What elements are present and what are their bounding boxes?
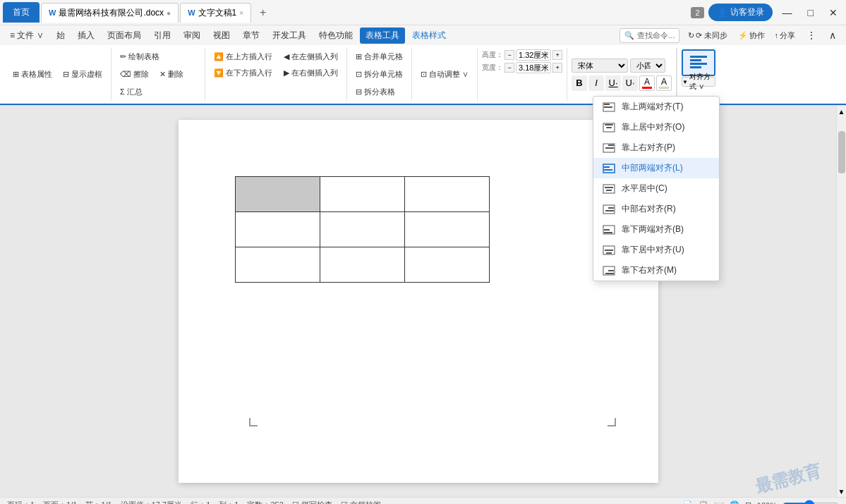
menu-review[interactable]: 审阅: [178, 27, 206, 44]
alignment-label: 对齐方式 ∨: [689, 72, 715, 92]
user-icon: 👤: [717, 8, 727, 18]
delete-icon: ✕: [159, 70, 166, 79]
table-properties-button[interactable]: ⊞ 表格属性: [8, 67, 56, 82]
split-cell-icon: ⊡: [356, 70, 362, 79]
erase-button[interactable]: ⌫ 擦除: [116, 67, 153, 82]
doc-check[interactable]: ☑ 文档校阅: [341, 500, 381, 504]
menu-layout[interactable]: 页面布局: [102, 27, 147, 44]
align-middle-center-item[interactable]: 水平居中(C): [593, 178, 719, 199]
view-icon-web[interactable]: 🌐: [730, 500, 739, 504]
align-top-right-item[interactable]: 靠上右对齐(P): [593, 137, 719, 158]
menu-devtools[interactable]: 开发工具: [267, 27, 312, 44]
table-cell-1-1[interactable]: [320, 212, 404, 247]
scroll-up-button[interactable]: ▲: [837, 106, 847, 117]
document-table[interactable]: [235, 176, 490, 283]
collab-label: 协作: [749, 30, 765, 41]
menu-table-style[interactable]: 表格样式: [406, 27, 452, 44]
split-table-button[interactable]: ⊟ 拆分表格: [351, 85, 407, 99]
share-button[interactable]: ↑ 分享: [771, 28, 800, 43]
menu-reference[interactable]: 引用: [148, 27, 176, 44]
table-cell-2-1[interactable]: [320, 247, 404, 283]
height-minus-button[interactable]: −: [504, 50, 514, 60]
minimize-button[interactable]: —: [777, 4, 798, 21]
align-tl-label: 靠上两端对齐(T): [622, 101, 683, 113]
height-plus-button[interactable]: +: [552, 50, 562, 60]
table-cell-1-2[interactable]: [404, 212, 489, 247]
table-cell-0-1[interactable]: [320, 177, 404, 212]
align-middle-right-icon: [602, 204, 616, 215]
view-icon-read[interactable]: 📖: [714, 500, 724, 504]
spell-check[interactable]: ☑ 拼写检查: [292, 500, 332, 504]
menu-chapter[interactable]: 章节: [237, 27, 265, 44]
align-top-center-item[interactable]: 靠上居中对齐(O): [593, 117, 719, 137]
split-cell-button[interactable]: ⊡ 拆分单元格: [351, 67, 407, 82]
home-tab[interactable]: 首页: [3, 2, 40, 23]
merge-cells-button[interactable]: ⊞ 合并单元格: [351, 49, 407, 64]
underline-button[interactable]: U·: [605, 75, 621, 91]
width-minus-button[interactable]: −: [504, 63, 514, 73]
insert-below-button[interactable]: 🔽 在下方插入行: [210, 66, 277, 80]
bold-button[interactable]: B: [572, 75, 587, 91]
collapse-ribbon-button[interactable]: ∧: [823, 27, 842, 44]
collab-button[interactable]: ⚡ 协作: [734, 28, 769, 43]
svg-rect-2: [690, 63, 707, 65]
menu-file[interactable]: ≡ 文件 ∨: [4, 27, 49, 44]
alignment-dropdown-button[interactable]: ▼ 对齐方式 ∨: [682, 77, 715, 87]
menu-insert[interactable]: 插入: [72, 27, 100, 44]
menu-view[interactable]: 视图: [207, 27, 236, 44]
highlight-button[interactable]: A: [656, 75, 672, 91]
height-input[interactable]: [516, 49, 551, 61]
font-color-button[interactable]: A: [639, 75, 655, 91]
delete-button[interactable]: ✕ 删除: [155, 67, 188, 82]
zoom-slider[interactable]: [782, 500, 839, 505]
new-tab-button[interactable]: +: [253, 3, 273, 23]
draw-table-button[interactable]: ✏ 绘制表格: [116, 49, 164, 64]
menu-home[interactable]: 始: [51, 27, 71, 44]
close-button[interactable]: ✕: [823, 4, 843, 21]
view-icon-focus[interactable]: ⊡: [745, 500, 751, 504]
view-icon-normal[interactable]: 📄: [683, 500, 693, 504]
menu-features[interactable]: 特色功能: [313, 27, 358, 44]
table-cell-0-2[interactable]: [404, 177, 489, 212]
table-cell-0-0[interactable]: [235, 177, 320, 212]
table-cell-2-0[interactable]: [235, 247, 320, 283]
menu-table-tools[interactable]: 表格工具: [360, 27, 405, 44]
dimensions-group: 高度： − + 宽度： − +: [478, 48, 567, 101]
scroll-thumb[interactable]: [838, 131, 845, 173]
align-middle-right-item[interactable]: 中部右对齐(R): [593, 199, 719, 219]
doc1-close-icon[interactable]: ●: [167, 9, 171, 17]
align-bottom-center-item[interactable]: 靠下居中对齐(U): [593, 240, 719, 260]
scroll-down-button[interactable]: ▼: [837, 486, 847, 497]
font-size-select[interactable]: 小四: [630, 59, 665, 73]
document-page: [179, 120, 658, 483]
search-box[interactable]: 🔍 查找命令...: [620, 28, 679, 43]
align-bottom-right-item[interactable]: 靠下右对齐(M): [593, 260, 719, 281]
doc2-close-icon[interactable]: ×: [239, 9, 243, 17]
width-plus-button[interactable]: +: [552, 63, 562, 73]
align-middle-left-item[interactable]: 中部两端对齐(L): [593, 158, 719, 178]
more-button[interactable]: ⋮: [801, 27, 822, 44]
sync-button[interactable]: ↻ ⟳ 未同步: [684, 28, 732, 43]
view-icon-outline[interactable]: 📋: [699, 500, 708, 504]
insert-right-button[interactable]: ▶ 在右侧插入列: [279, 66, 342, 80]
summary-button[interactable]: Σ 汇总: [116, 85, 147, 99]
insert-above-button[interactable]: 🔼 在上方插入行: [210, 49, 277, 64]
svg-rect-20: [608, 207, 614, 209]
width-input[interactable]: [516, 62, 551, 73]
insert-left-button[interactable]: ◀ 在左侧插入列: [279, 49, 342, 64]
auto-adjust-button[interactable]: ⊡ 自动调整 ∨: [416, 67, 473, 82]
visitor-login-button[interactable]: 👤 访客登录: [708, 4, 773, 21]
show-grid-button[interactable]: ⊟ 显示虚框: [59, 67, 107, 82]
doc1-tab[interactable]: W 最需网络科技有限公司.docx ●: [41, 3, 179, 23]
strikethrough-button[interactable]: U·: [622, 75, 638, 91]
doc2-tab[interactable]: W 文字文稿1 ×: [180, 3, 251, 23]
font-family-select[interactable]: 宋体: [572, 59, 628, 73]
scrollbar[interactable]: ▲ ▼: [836, 106, 846, 497]
align-bottom-left-item[interactable]: 靠下两端对齐(B): [593, 219, 719, 240]
table-cell-1-0[interactable]: [235, 212, 320, 247]
pages-info: 页面：1/1: [43, 500, 77, 504]
italic-button[interactable]: I: [588, 75, 604, 91]
align-top-left-item[interactable]: 靠上两端对齐(T): [593, 97, 719, 117]
maximize-button[interactable]: □: [802, 4, 819, 21]
table-cell-2-2[interactable]: [404, 247, 489, 283]
